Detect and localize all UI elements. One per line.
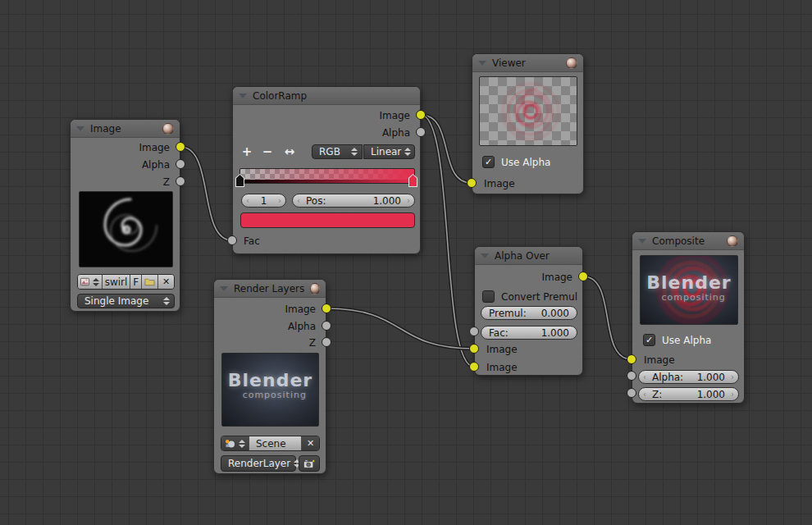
node-viewer-header[interactable]: Viewer — [472, 54, 583, 72]
node-alpha-over[interactable]: Alpha Over Image Convert Premul Premul: … — [474, 246, 583, 376]
preview-title: Blender — [641, 272, 737, 293]
output-label-image: Image — [379, 110, 410, 121]
stepper-right-icon[interactable]: › — [731, 370, 734, 384]
flip-ramp-button[interactable]: ↔ — [281, 144, 299, 159]
use-alpha-checkbox[interactable]: ✓ — [482, 156, 495, 168]
colorramp-input-socket-fac[interactable] — [227, 235, 237, 245]
stepper-left-icon[interactable]: ‹ — [297, 194, 300, 208]
datablock-browse-arrows-icon[interactable] — [93, 278, 99, 286]
scene-name-field[interactable]: Scene — [249, 436, 302, 450]
collapse-triangle-icon[interactable] — [76, 126, 84, 131]
preview-title: Blender — [222, 370, 318, 390]
alpha-slider[interactable]: ‹ Alpha: 1.000 › — [638, 370, 739, 384]
rerender-layer-button[interactable] — [299, 455, 320, 472]
render-layers-output-socket-image[interactable] — [322, 304, 331, 313]
node-render-layers[interactable]: Render Layers Image Alpha Z Blender comp… — [213, 279, 326, 474]
collapse-triangle-icon[interactable] — [220, 286, 228, 291]
image-source-dropdown[interactable]: Single Image — [77, 294, 175, 308]
image-output-socket-image[interactable] — [176, 142, 185, 152]
scene-datablock-row: Scene ✕ — [221, 436, 320, 451]
collapse-triangle-icon[interactable] — [481, 253, 489, 258]
node-composite-header[interactable]: Composite — [632, 232, 744, 250]
chevron-updown-icon — [163, 297, 170, 305]
image-datablock-selector[interactable] — [78, 275, 103, 289]
alpha-over-input-socket-image-2[interactable] — [469, 362, 479, 372]
stepper-left-icon[interactable]: ‹ — [246, 194, 249, 208]
colorband[interactable] — [239, 168, 415, 184]
composite-preview: Blender compositing — [640, 255, 738, 325]
node-viewer[interactable]: Viewer ✓ Use Alpha Image — [472, 53, 584, 194]
use-alpha-checkbox[interactable]: ✓ — [643, 334, 655, 346]
open-file-button[interactable] — [142, 275, 158, 289]
render-layer-dropdown[interactable]: RenderLayer — [221, 455, 296, 472]
convert-premul-checkbox[interactable] — [482, 290, 495, 303]
position-value: 1.000 — [373, 195, 401, 207]
node-title: ColorRamp — [253, 90, 307, 102]
viewer-input-socket-image[interactable] — [467, 178, 477, 188]
node-colorramp-header[interactable]: ColorRamp — [233, 87, 420, 105]
render-layers-output-socket-z[interactable] — [322, 337, 331, 347]
use-alpha-row[interactable]: ✓ Use Alpha — [482, 156, 550, 168]
composite-input-socket-image[interactable] — [627, 354, 636, 364]
color-mode-value: RGB — [317, 146, 340, 158]
colorramp-output-socket-image[interactable] — [416, 110, 426, 120]
collapse-triangle-icon[interactable] — [239, 94, 247, 98]
output-label-image: Image — [139, 142, 170, 153]
image-name-field[interactable]: swirl — [103, 275, 130, 289]
output-label-alpha: Alpha — [288, 321, 316, 332]
use-alpha-label: Use Alpha — [662, 335, 711, 346]
output-label-z: Z — [163, 176, 170, 188]
viewer-preview — [479, 76, 577, 146]
node-colorramp[interactable]: ColorRamp Image Alpha + − ↔ RGB Linear ‹… — [232, 86, 421, 254]
node-render-layers-header[interactable]: Render Layers — [214, 280, 326, 298]
image-preview-swirl — [79, 191, 173, 267]
unlink-datablock-button[interactable]: ✕ — [158, 275, 174, 289]
stepper-left-icon[interactable]: ‹ — [643, 370, 646, 384]
node-alpha-over-header[interactable]: Alpha Over — [475, 247, 582, 265]
z-slider[interactable]: ‹ Z: 1.000 › — [638, 387, 739, 401]
alpha-over-input-socket-fac[interactable] — [469, 326, 479, 336]
fake-user-button[interactable]: F — [130, 275, 142, 289]
interpolation-dropdown[interactable]: Linear — [363, 144, 415, 159]
input-label-image: Image — [644, 354, 675, 366]
stepper-right-icon[interactable]: › — [731, 387, 734, 401]
color-mode-dropdown[interactable]: RGB — [312, 144, 363, 159]
node-title: Viewer — [492, 57, 526, 69]
active-color-swatch[interactable] — [240, 212, 415, 228]
image-output-socket-alpha[interactable] — [176, 159, 185, 169]
premul-value: 0.000 — [541, 308, 569, 319]
stepper-right-icon[interactable]: › — [278, 194, 281, 208]
node-image[interactable]: Image Image Alpha Z swirl F — [70, 119, 180, 312]
premul-slider[interactable]: Premul: 0.000 — [481, 306, 577, 320]
colorramp-output-socket-alpha[interactable] — [416, 127, 426, 137]
stepper-left-icon[interactable]: ‹ — [643, 387, 646, 401]
input-label-fac: Fac — [244, 235, 260, 247]
material-preview-icon — [162, 123, 174, 135]
add-stop-button[interactable]: + — [238, 144, 256, 159]
alpha-over-input-socket-image-1[interactable] — [469, 344, 479, 354]
alpha-label: Alpha: — [652, 372, 683, 383]
composite-input-socket-alpha[interactable] — [627, 371, 636, 381]
use-alpha-row[interactable]: ✓ Use Alpha — [643, 334, 711, 346]
z-value: 1.000 — [697, 389, 725, 400]
composite-input-socket-z[interactable] — [627, 388, 636, 398]
datablock-browse-arrows-icon[interactable] — [239, 440, 245, 448]
image-output-socket-z[interactable] — [176, 176, 185, 186]
scene-selector[interactable] — [221, 436, 249, 450]
collapse-triangle-icon[interactable] — [478, 61, 486, 66]
convert-premul-row[interactable]: Convert Premul — [482, 290, 577, 303]
stepper-right-icon[interactable]: › — [407, 194, 410, 208]
render-layers-output-socket-alpha[interactable] — [322, 321, 331, 331]
node-composite[interactable]: Composite Blender compositing ✓ Use Alph… — [632, 231, 745, 404]
unlink-scene-button[interactable]: ✕ — [302, 436, 319, 450]
collapse-triangle-icon[interactable] — [638, 239, 646, 244]
node-image-header[interactable]: Image — [71, 120, 180, 138]
active-stop-index-field[interactable]: ‹ 1 › — [241, 194, 286, 208]
alpha-over-output-socket-image[interactable] — [578, 272, 588, 281]
close-icon: ✕ — [162, 276, 170, 287]
input-label-image-1: Image — [486, 344, 518, 355]
position-field[interactable]: ‹ Pos: 1.000 › — [292, 194, 415, 208]
fac-slider[interactable]: Fac: 1.000 — [481, 326, 577, 340]
remove-stop-button[interactable]: − — [258, 144, 276, 159]
node-editor-canvas[interactable]: Image Image Alpha Z swirl F — [0, 0, 812, 525]
